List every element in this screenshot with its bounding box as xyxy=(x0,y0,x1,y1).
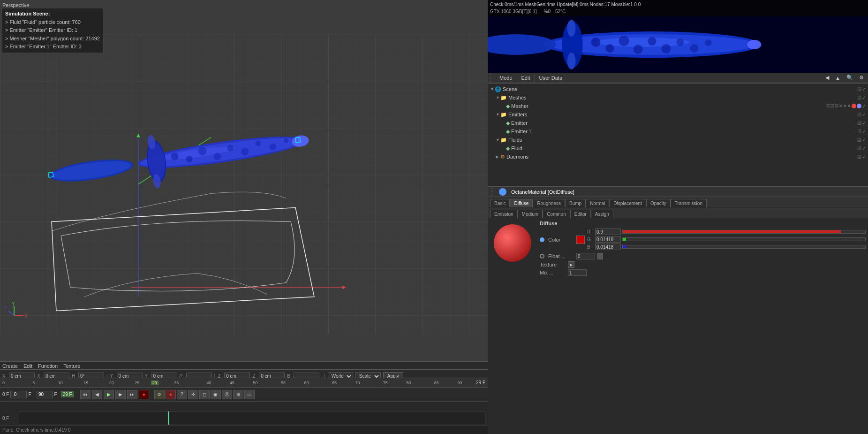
float-stepper[interactable] xyxy=(597,253,603,259)
svg-point-53 xyxy=(705,39,712,46)
emitter-eye-icon[interactable]: ☑ xyxy=(857,121,861,126)
mat-tab-common[interactable]: Common xyxy=(543,210,570,218)
channel-b-slider[interactable] xyxy=(622,245,866,249)
channel-g-slider[interactable] xyxy=(622,237,866,241)
mat-tab-assign[interactable]: Assign xyxy=(591,210,613,218)
timeline-ruler: 0 5 10 15 20 25 29 35 40 45 50 55 60 65 … xyxy=(0,378,488,388)
mesher-icon-0[interactable]: ☑ xyxy=(826,104,830,109)
mix-input[interactable] xyxy=(568,269,587,276)
tool-btn-6[interactable]: Ⓟ xyxy=(222,390,232,399)
emitter-check-icon[interactable]: ✓ xyxy=(862,121,866,126)
viewport[interactable]: Perspective Simulation Scene: > Fluid "F… xyxy=(0,0,488,434)
float-input[interactable] xyxy=(576,253,595,259)
mesher-icon-5[interactable]: ✕ xyxy=(847,104,851,109)
tree-item-fluids[interactable]: ▼ 📁 Fluids ☑ ✓ xyxy=(488,136,868,144)
svg-point-45 xyxy=(591,38,601,47)
mat-tab-diffuse[interactable]: Diffuse xyxy=(510,199,533,207)
tree-item-emitters[interactable]: ▼ 📁 Emitters ☑ ✓ xyxy=(488,110,868,119)
fluids-check-icon[interactable]: ✓ xyxy=(862,137,866,143)
texture-btn[interactable]: ▶ xyxy=(568,261,574,268)
daemons-check-icon[interactable]: ✓ xyxy=(862,154,866,160)
float-radio[interactable] xyxy=(540,254,544,259)
mesher-icon-3[interactable]: ✕ xyxy=(839,104,843,109)
tree-icon-2[interactable]: ▲ xyxy=(833,75,842,81)
channel-g-input[interactable] xyxy=(595,236,621,243)
channel-b-input[interactable] xyxy=(595,244,621,250)
menu-create[interactable]: Create xyxy=(2,363,18,369)
mesher-icon-1[interactable]: ☑ xyxy=(830,104,834,109)
mat-tab-roughness[interactable]: Roughness xyxy=(533,199,565,207)
mat-tab-normal[interactable]: Normal xyxy=(586,199,609,207)
daemons-icon: ⚙ xyxy=(500,154,505,160)
svg-point-47 xyxy=(619,36,629,46)
end-frame-input[interactable] xyxy=(37,391,53,398)
color-swatch[interactable] xyxy=(576,236,585,244)
tool-btn-7[interactable]: ⊞ xyxy=(233,390,243,399)
mat-tab-editor[interactable]: Editor xyxy=(570,210,591,218)
mat-tab-emission[interactable]: Emission xyxy=(490,210,518,218)
track-label-0: 0 F xyxy=(2,416,16,421)
menu-user-data[interactable]: User Data xyxy=(537,75,565,81)
mat-tab-basic[interactable]: Basic xyxy=(490,199,510,207)
fluids-eye-icon[interactable]: ☑ xyxy=(857,137,861,143)
mat-tab-bump[interactable]: Bump xyxy=(565,199,586,207)
emitter1-eye-icon[interactable]: ☑ xyxy=(857,129,861,134)
tool-btn-4[interactable]: ◻ xyxy=(199,390,210,399)
scene-info-item-1: > Emitter "Emitter" Emitter ID: 1 xyxy=(5,26,100,35)
fluid-check-icon[interactable]: ✓ xyxy=(862,146,866,151)
tree-actions-scene: ☑ ✓ xyxy=(857,87,866,92)
mesher-check-icon[interactable]: ✓ xyxy=(862,104,866,109)
transport-end[interactable]: ⏭ xyxy=(127,390,137,399)
menu-function[interactable]: Function xyxy=(38,363,58,369)
emitters-eye-icon[interactable]: ☑ xyxy=(857,112,861,117)
mesher-icon-2[interactable]: ☑ xyxy=(835,104,838,109)
tree-icon-3[interactable]: 🔍 xyxy=(845,75,855,81)
tree-item-emitter[interactable]: ◆ Emitter ☑ ✓ xyxy=(488,119,868,127)
meshes-check-icon[interactable]: ✓ xyxy=(862,95,866,100)
tree-icon-1[interactable]: ◀ xyxy=(823,75,831,81)
channel-r-input[interactable] xyxy=(595,228,621,235)
menu-mode[interactable]: Mode xyxy=(498,75,514,81)
meshes-eye-icon[interactable]: ☑ xyxy=(857,95,861,100)
mesher-icon-4[interactable]: ✕ xyxy=(843,104,847,109)
tool-btn-5[interactable]: ◉ xyxy=(211,390,221,399)
tree-item-fluid[interactable]: ◆ Fluid ☑ ✓ xyxy=(488,144,868,152)
menu-edit[interactable]: Edit xyxy=(23,363,32,369)
color-radio[interactable] xyxy=(540,237,544,242)
transport-play[interactable]: ▶ xyxy=(104,390,114,399)
render-gpu-line: GTX 1060 3GB[T][6.1] %0 52°C xyxy=(490,8,866,15)
tool-btn-1[interactable]: ● xyxy=(166,390,176,399)
mat-tab-displacement[interactable]: Displacement xyxy=(609,199,646,207)
transport-prev[interactable]: ◀ xyxy=(92,390,102,399)
transport-begin[interactable]: ⏮ xyxy=(80,390,91,399)
tree-item-emitter1[interactable]: ◆ Emitter.1 ☑ ✓ xyxy=(488,127,868,136)
start-frame-input[interactable] xyxy=(10,391,27,398)
svg-text:X: X xyxy=(24,313,28,319)
mat-tab-opacity[interactable]: Opacity xyxy=(646,199,671,207)
menu-edit-tree[interactable]: Edit xyxy=(520,75,532,81)
fluid-eye-icon[interactable]: ☑ xyxy=(857,146,861,151)
mat-tab-medium[interactable]: Medium xyxy=(518,210,543,218)
tree-item-scene[interactable]: ▼ 🌐 Scene ☑ ✓ xyxy=(488,85,868,93)
tree-item-meshes[interactable]: ▼ 📁 Meshes ☑ ✓ xyxy=(488,93,868,102)
daemons-eye-icon[interactable]: ☑ xyxy=(857,154,861,160)
transport-next[interactable]: ▶ xyxy=(115,390,126,399)
tree-item-mesher[interactable]: ◆ Mesher ☑ ☑ ☑ ✕ ✕ ✕ ✓ xyxy=(488,102,868,110)
emitters-check-icon[interactable]: ✓ xyxy=(862,112,866,117)
tree-item-daemons[interactable]: ▶ ⚙ Daemons ☑ ✓ xyxy=(488,152,868,161)
scene-eye-icon[interactable]: ☑ xyxy=(857,87,861,92)
tool-btn-0[interactable]: ⚙ xyxy=(154,390,165,399)
panel-grip-mat[interactable] xyxy=(491,188,495,196)
tool-btn-8[interactable]: ▭ xyxy=(244,390,255,399)
mat-tab-transmission[interactable]: Transmission xyxy=(671,199,707,207)
tree-icon-4[interactable]: ⚙ xyxy=(857,75,866,81)
panel-grip-scene[interactable] xyxy=(490,74,494,82)
tool-btn-2[interactable]: ? xyxy=(177,390,187,399)
tool-btn-3[interactable]: ✛ xyxy=(188,390,198,399)
channel-r-slider[interactable] xyxy=(622,230,866,234)
emitter1-check-icon[interactable]: ✓ xyxy=(862,129,866,134)
channel-g-label: G xyxy=(587,237,594,242)
menu-texture[interactable]: Texture xyxy=(63,363,80,369)
scene-check-icon[interactable]: ✓ xyxy=(862,87,866,92)
transport-record[interactable]: ● xyxy=(139,390,149,399)
